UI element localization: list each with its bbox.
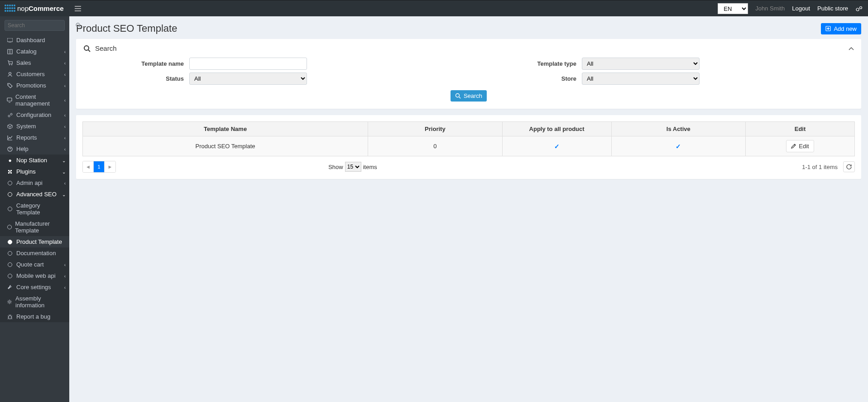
chevron-down-icon: ⌄ [62, 158, 66, 163]
page-size-select[interactable]: 15 [345, 162, 361, 172]
nav-configuration[interactable]: Configuration ‹ [0, 109, 69, 121]
pagination: ◄ 1 ► [82, 161, 116, 173]
chevron-left-icon: ‹ [64, 83, 66, 88]
logo[interactable]: nopCommerce [0, 0, 69, 17]
nav-nop-station[interactable]: ● Nop Station ⌄ [0, 155, 69, 166]
search-button[interactable]: Search [451, 90, 487, 102]
nav-documentation[interactable]: Documentation [0, 247, 69, 259]
cell-priority: 0 [368, 136, 503, 156]
refresh-button[interactable] [843, 161, 855, 172]
chevron-left-icon: ‹ [64, 146, 66, 151]
cube-icon [6, 124, 14, 129]
plus-square-icon [825, 26, 831, 31]
nav-advanced-seo[interactable]: Advanced SEO ⌄ [0, 189, 69, 200]
nav-dashboard[interactable]: Dashboard [0, 34, 69, 46]
nav-sales[interactable]: Sales ‹ [0, 57, 69, 68]
nav-label: Report a bug [16, 313, 50, 320]
nav-plugins[interactable]: Plugins ⌄ [0, 166, 69, 177]
search-icon [76, 23, 81, 28]
nav-label: Advanced SEO [16, 191, 57, 198]
nav-quote-cart[interactable]: Quote cart ‹ [0, 259, 69, 270]
items-label: items [363, 164, 377, 170]
sidebar-search[interactable] [5, 20, 65, 31]
circle-icon [6, 181, 14, 185]
nav-core-settings[interactable]: Core settings ‹ [0, 281, 69, 293]
logout-link[interactable]: Logout [792, 5, 810, 12]
nav-assembly-info[interactable]: Assembly information [0, 293, 69, 311]
search-card: Search Template name Status All [76, 39, 861, 109]
logo-icon [5, 5, 15, 13]
nav-label: Documentation [16, 250, 56, 257]
desktop-icon [6, 97, 13, 103]
chevron-left-icon: ‹ [64, 72, 66, 77]
chevron-left-icon: ‹ [64, 124, 66, 129]
nav-category-template[interactable]: Category Template [0, 200, 69, 218]
nav-content[interactable]: Content management ‹ [0, 91, 69, 109]
nav-product-template[interactable]: Product Template [0, 236, 69, 247]
col-is-active: Is Active [611, 122, 746, 136]
svg-point-2 [76, 23, 80, 27]
status-select[interactable]: All [189, 73, 307, 85]
cart-icon [6, 60, 14, 66]
nav-label: Promotions [16, 82, 46, 89]
chevron-left-icon: ‹ [64, 273, 66, 278]
puzzle-icon [6, 169, 14, 174]
logo-text: nopCommerce [17, 5, 64, 12]
sidebar-toggle-button[interactable] [69, 6, 86, 11]
page-next-button[interactable]: ► [105, 161, 115, 172]
sidebar-search-input[interactable] [8, 22, 76, 29]
nav-label: Assembly information [15, 295, 65, 309]
chart-icon [6, 135, 14, 140]
svg-point-7 [8, 84, 9, 85]
circle-icon [6, 251, 14, 256]
svg-point-13 [9, 315, 11, 319]
chevron-left-icon: ‹ [64, 60, 66, 65]
nav-catalog[interactable]: Catalog ‹ [0, 46, 69, 57]
col-edit: Edit [746, 122, 855, 136]
svg-point-5 [11, 64, 12, 65]
chevron-left-icon: ‹ [64, 135, 66, 140]
nav-label: Quote cart [16, 261, 44, 268]
chevron-left-icon: ‹ [64, 180, 66, 185]
status-label: Status [85, 75, 189, 82]
nav-system[interactable]: System ‹ [0, 121, 69, 132]
public-store-link[interactable]: Public store [817, 5, 848, 12]
svg-point-1 [860, 6, 862, 9]
search-card-header[interactable]: Search [76, 39, 861, 58]
nav-reports[interactable]: Reports ‹ [0, 132, 69, 143]
search-icon [455, 93, 461, 99]
nav-promotions[interactable]: Promotions ‹ [0, 80, 69, 91]
chevron-left-icon: ‹ [64, 98, 66, 103]
cell-edit: Edit [746, 136, 855, 156]
add-new-button[interactable]: Add new [821, 23, 861, 34]
cell-apply-all: ✓ [502, 136, 611, 156]
edit-button[interactable]: Edit [786, 140, 814, 152]
nav-report-bug[interactable]: Report a bug [0, 311, 69, 322]
store-select[interactable]: All [582, 73, 700, 85]
page-prev-button[interactable]: ◄ [83, 161, 94, 172]
search-icon [83, 45, 91, 52]
nav-help[interactable]: Help ‹ [0, 143, 69, 155]
nav-admin-api[interactable]: Admin api ‹ [0, 177, 69, 189]
svg-point-10 [10, 113, 12, 115]
circle-icon [6, 262, 14, 267]
col-template-name: Template Name [83, 122, 368, 136]
nav-manufacturer-template[interactable]: Manufacturer Template [0, 218, 69, 236]
items-count: 1-1 of 1 items [802, 164, 838, 170]
page-1-button[interactable]: 1 [94, 161, 105, 172]
cell-is-active: ✓ [611, 136, 746, 156]
template-name-input[interactable] [189, 58, 307, 70]
store-label: Store [478, 75, 582, 82]
nav-label: Nop Station [16, 157, 47, 164]
header-right: EN John Smith Logout Public store [718, 0, 868, 16]
svg-point-12 [9, 301, 10, 303]
language-select[interactable]: EN [718, 3, 748, 14]
collapse-button[interactable] [849, 47, 854, 50]
nav-label: Manufacturer Template [15, 220, 65, 234]
hamburger-icon [75, 6, 81, 11]
nav-mobile-web-api[interactable]: Mobile web api ‹ [0, 270, 69, 281]
template-name-label: Template name [85, 60, 189, 67]
settings-button[interactable] [855, 5, 863, 12]
nav-customers[interactable]: Customers ‹ [0, 68, 69, 80]
template-type-select[interactable]: All [582, 58, 700, 70]
